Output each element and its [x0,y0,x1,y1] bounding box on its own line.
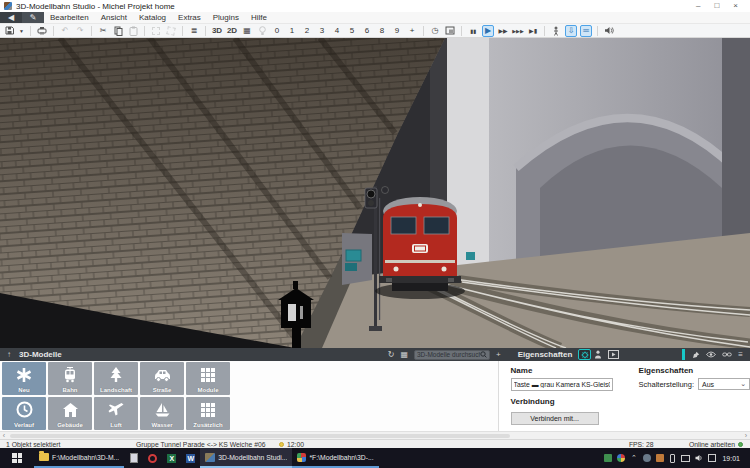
teal-crate-far [466,252,475,260]
chevron-down-icon: ⌄ [740,380,746,388]
collapse-up-icon[interactable]: ↑ [7,350,11,359]
save-icon[interactable] [3,25,15,37]
play-button[interactable]: ▶ [482,25,494,37]
menu-extras[interactable]: Extras [178,13,201,22]
taskbar-explorer-button[interactable]: F:\Modellbahn\3D-M... [34,448,124,468]
pin-icon[interactable] [692,351,700,359]
camera-0-button[interactable]: 0 [271,26,283,35]
tray-green-icon[interactable] [603,454,612,463]
category-bahn[interactable]: Bahn [48,362,92,395]
screenshot-icon[interactable] [444,25,456,37]
layer-list-icon[interactable]: ≣ [188,25,200,37]
camera-4-button[interactable]: 4 [331,26,343,35]
taskbar-word-icon[interactable]: W [185,453,196,464]
event-clock-icon[interactable]: ◷ [429,25,441,37]
catalog-search-input[interactable] [417,351,480,358]
minimize-button[interactable]: – [696,1,700,11]
select-move-icon[interactable] [150,25,162,37]
scroll-left-icon[interactable]: ‹ [0,432,8,439]
camera-1-button[interactable]: 1 [286,26,298,35]
camera-9-button[interactable]: 9 [391,26,403,35]
select-rotate-icon[interactable] [165,25,177,37]
tray-pinwheel-icon[interactable] [616,454,625,463]
animation-play-icon[interactable] [608,350,619,359]
taskbar-notepad-icon[interactable] [128,453,139,464]
tray-hidden-icons-chevron[interactable]: ⌃ [629,454,638,463]
category-zusaetzlich[interactable]: Zusätzlich [186,397,230,430]
copy-icon[interactable] [112,25,124,37]
tray-action-center-icon[interactable] [707,454,716,463]
pause-button[interactable]: ▮▮ [467,25,479,37]
taskbar-project-button[interactable]: *F:\Modellbahn\3D-... [292,448,378,468]
view-2d-button[interactable]: 2D [226,25,238,37]
category-neu[interactable]: Neu [2,362,46,395]
catalog-search[interactable] [414,350,490,360]
edit-mode-button[interactable]: ✎ [22,12,44,23]
speaker-icon[interactable] [603,25,615,37]
back-button[interactable]: ◀ [0,12,22,23]
level-view-icon[interactable]: ═ [580,25,592,37]
connect-with-button[interactable]: Verbinden mit... [511,412,599,425]
category-strasse[interactable]: Straße [140,362,184,395]
eye-icon[interactable] [706,351,716,358]
person-icon[interactable] [594,350,602,359]
category-wasser[interactable]: Wasser [140,397,184,430]
camera-6-button[interactable]: 6 [361,26,373,35]
catalog-scrollbar[interactable]: ‹ › [0,431,750,439]
online-status[interactable]: Online arbeiten [689,441,746,448]
tray-phone-icon[interactable] [668,454,677,463]
redo-icon[interactable]: ↷ [74,25,86,37]
light-bulb-icon[interactable] [256,25,268,37]
category-verlauf[interactable]: Verlauf [2,397,46,430]
menu-ansicht[interactable]: Ansicht [101,13,127,22]
save-dropdown-caret-icon[interactable]: ▼ [18,25,25,37]
print-icon[interactable] [36,25,48,37]
fast-forward-button[interactable]: ▶▶ [497,25,509,37]
tray-volume-icon[interactable] [694,454,703,463]
gear-icon[interactable] [578,349,591,360]
grid-toggle-icon[interactable]: ▦ [241,25,253,37]
cut-icon[interactable]: ✂ [97,25,109,37]
panel-menu-icon[interactable]: ≡ [738,350,743,359]
ground-camera-icon[interactable]: ⇩ [565,25,577,37]
scroll-right-icon[interactable]: › [742,432,750,439]
scrollbar-track[interactable] [8,433,742,439]
camera-3-button[interactable]: 3 [316,26,328,35]
category-landschaft[interactable]: Landschaft [94,362,138,395]
camera-5-button[interactable]: 5 [346,26,358,35]
camera-2-button[interactable]: 2 [301,26,313,35]
menu-bearbeiten[interactable]: Bearbeiten [50,13,89,22]
refresh-icon[interactable]: ↻ [388,350,395,359]
category-module[interactable]: Module [186,362,230,395]
viewport-3d[interactable] [0,38,750,348]
start-button[interactable] [0,448,34,468]
menu-katalog[interactable]: Katalog [139,13,166,22]
camera-8-button[interactable]: 8 [376,26,388,35]
maximize-button[interactable]: □ [714,1,719,11]
walk-mode-icon[interactable] [550,25,562,37]
add-model-button[interactable]: + [496,350,501,359]
view-3d-button[interactable]: 3D [211,25,223,37]
scrollbar-thumb[interactable] [10,434,510,438]
menu-hilfe[interactable]: Hilfe [251,13,267,22]
switch-position-select[interactable]: Aus ⌄ [698,378,750,390]
fastest-forward-button[interactable]: ▶▶▶ [512,25,524,37]
camera-add-button[interactable]: + [406,26,418,35]
taskbar-clock[interactable]: 19:01 [720,455,746,462]
close-button[interactable]: × [733,1,738,11]
category-luft[interactable]: Luft [94,397,138,430]
paste-icon[interactable] [127,25,139,37]
taskbar-opera-icon[interactable] [147,453,158,464]
taskbar-studio-button[interactable]: 3D-Modellbahn Studi... [200,448,292,468]
tray-orange-icon[interactable] [655,454,664,463]
category-gebaeude[interactable]: Gebäude [48,397,92,430]
undo-icon[interactable]: ↶ [59,25,71,37]
object-name-input[interactable] [511,378,613,391]
skip-end-button[interactable]: ▶▮ [527,25,539,37]
tray-network-icon[interactable] [681,454,690,463]
tray-badge-icon[interactable] [642,454,651,463]
menu-plugins[interactable]: Plugins [213,13,239,22]
taskbar-excel-icon[interactable]: X [166,453,177,464]
link-icon[interactable] [722,351,732,358]
thumbnails-icon[interactable]: ▦ [400,350,408,359]
